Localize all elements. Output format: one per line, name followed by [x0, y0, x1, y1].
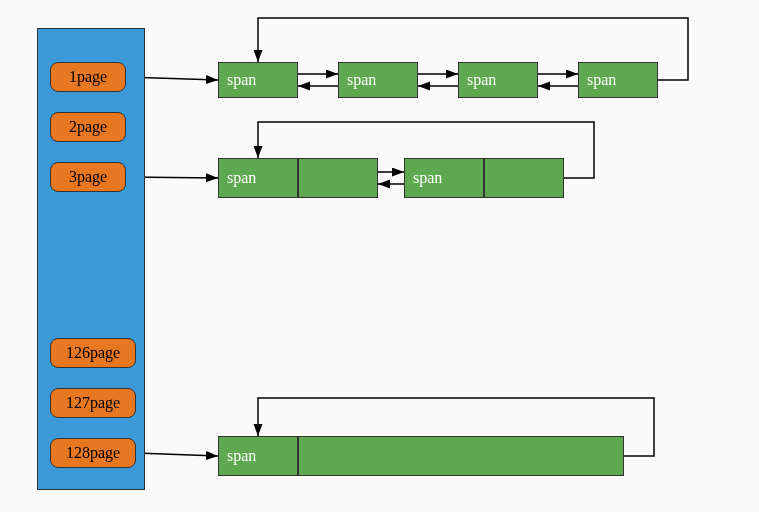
- page-button-label: 127page: [66, 394, 120, 412]
- page-button-label: 126page: [66, 344, 120, 362]
- page-button-2page[interactable]: 2page: [50, 112, 126, 142]
- page-button-label: 1page: [69, 68, 107, 86]
- span-label: span: [227, 71, 256, 89]
- page-button-label: 128page: [66, 444, 120, 462]
- span-label: span: [467, 71, 496, 89]
- page-button-128page[interactable]: 128page: [50, 438, 136, 468]
- span-box: span: [458, 62, 538, 98]
- span-box: span: [218, 62, 298, 98]
- span-box: span: [218, 436, 298, 476]
- span-label: span: [227, 447, 256, 465]
- page-button-1page[interactable]: 1page: [50, 62, 126, 92]
- span-box: span: [338, 62, 418, 98]
- sidebar: [37, 28, 145, 490]
- span-box-blank: [484, 158, 564, 198]
- span-label: span: [347, 71, 376, 89]
- span-box: span: [404, 158, 484, 198]
- page-button-126page[interactable]: 126page: [50, 338, 136, 368]
- span-box: span: [218, 158, 298, 198]
- page-button-127page[interactable]: 127page: [50, 388, 136, 418]
- span-label: span: [227, 169, 256, 187]
- page-button-label: 2page: [69, 118, 107, 136]
- svg-line-10: [136, 453, 218, 456]
- span-label: span: [413, 169, 442, 187]
- span-label: span: [587, 71, 616, 89]
- span-box-blank: [298, 158, 378, 198]
- page-button-label: 3page: [69, 168, 107, 186]
- span-box: span: [578, 62, 658, 98]
- diagram-stage: 1page2page3page126page127page128pagespan…: [0, 0, 759, 512]
- span-box-blank: [298, 436, 624, 476]
- page-button-3page[interactable]: 3page: [50, 162, 126, 192]
